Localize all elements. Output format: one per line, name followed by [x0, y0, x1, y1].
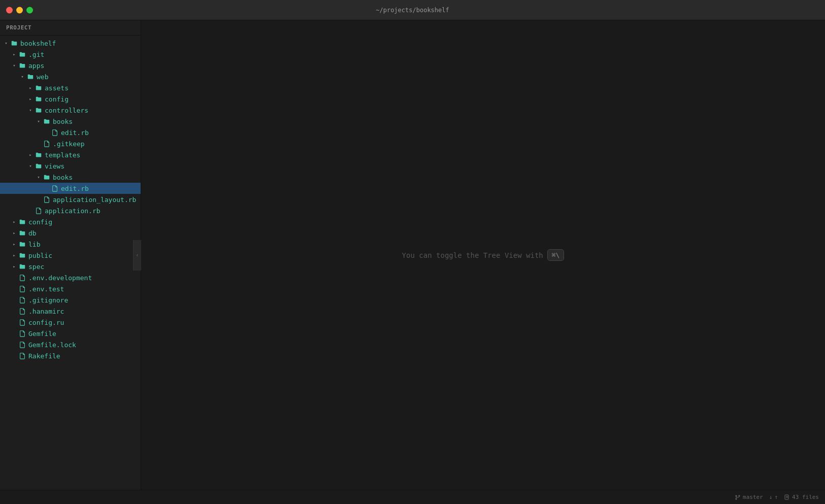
chevron-public — [10, 251, 18, 259]
tree-item-config-ru[interactable]: config.ru — [0, 317, 141, 328]
tree-item-git[interactable]: .git — [0, 49, 141, 60]
file-icon-env-dev — [18, 274, 26, 282]
tree-item-apps[interactable]: apps — [0, 60, 141, 71]
window-title: ~/projects/bookshelf — [376, 7, 449, 14]
item-label-gemfile-lock: Gemfile.lock — [28, 341, 76, 349]
tree-item-env-dev[interactable]: .env.development — [0, 272, 141, 283]
chevron-apps — [10, 61, 18, 70]
chevron-db — [10, 229, 18, 237]
tree-item-books-ctrl[interactable]: books — [0, 116, 141, 127]
file-icon-application-layout — [43, 195, 51, 204]
tree-item-assets[interactable]: assets — [0, 82, 141, 93]
chevron-config-web — [26, 95, 35, 103]
tree-item-templates[interactable]: templates — [0, 149, 141, 160]
item-label-bookshelf: bookshelf — [20, 40, 56, 47]
tree-item-gemfile-lock[interactable]: Gemfile.lock — [0, 339, 141, 350]
shortcut-kbd: ⌘\ — [547, 249, 565, 261]
sidebar: Project bookshelf .git apps web assets c… — [0, 20, 141, 490]
folder-icon-controllers — [35, 106, 43, 114]
chevron-lib — [10, 240, 18, 248]
file-icon-gitkeep — [43, 140, 51, 148]
svg-point-1 — [736, 498, 737, 499]
tree-item-gitkeep[interactable]: .gitkeep — [0, 138, 141, 149]
folder-icon-db — [18, 229, 26, 237]
folder-icon-apps — [18, 61, 26, 70]
tree-item-db[interactable]: db — [0, 227, 141, 239]
tree-item-config-web[interactable]: config — [0, 93, 141, 105]
tree-item-rakefile[interactable]: Rakefile — [0, 350, 141, 361]
folder-icon-bookshelf — [10, 39, 18, 47]
tree-item-edit-rb-views[interactable]: edit.rb — [0, 183, 141, 194]
item-label-env-test: .env.test — [28, 285, 64, 293]
tree-item-gemfile[interactable]: Gemfile — [0, 328, 141, 339]
file-icon-env-test — [18, 285, 26, 293]
file-icon-edit-rb-ctrl — [51, 128, 59, 137]
item-label-books-ctrl: books — [53, 118, 73, 125]
folder-icon-lib — [18, 240, 26, 248]
chevron-config — [10, 218, 18, 226]
minimize-button[interactable] — [16, 7, 23, 13]
folder-icon-templates — [35, 151, 43, 159]
down-arrow-icon: ↓ — [769, 494, 773, 500]
tree-item-books-views[interactable]: books — [0, 172, 141, 183]
close-button[interactable] — [6, 7, 13, 13]
folder-icon-config-web — [35, 95, 43, 103]
folder-icon-public — [18, 251, 26, 259]
tree-item-gitignore[interactable]: .gitignore — [0, 294, 141, 306]
tree-item-edit-rb-ctrl[interactable]: edit.rb — [0, 127, 141, 138]
svg-point-2 — [739, 495, 740, 496]
tree-item-application-layout[interactable]: application_layout.rb — [0, 194, 141, 205]
folder-icon-views — [35, 162, 43, 170]
folder-icon-spec — [18, 262, 26, 271]
file-icon-edit-rb-views — [51, 184, 59, 192]
tree-item-hanamirc[interactable]: .hanamirc — [0, 306, 141, 317]
chevron-books-views — [35, 173, 43, 181]
item-label-rakefile: Rakefile — [28, 352, 60, 360]
sidebar-collapse-handle[interactable]: ‹ — [133, 240, 141, 271]
item-label-controllers: controllers — [45, 107, 88, 114]
chevron-books-ctrl — [35, 117, 43, 125]
chevron-git — [10, 50, 18, 58]
chevron-spec — [10, 262, 18, 271]
maximize-button[interactable] — [26, 7, 33, 13]
folder-icon-git — [18, 50, 26, 58]
tree-item-config[interactable]: config — [0, 216, 141, 227]
chevron-web — [18, 73, 26, 81]
files-icon — [784, 494, 790, 500]
up-arrow-icon: ↑ — [774, 494, 778, 500]
statusbar: master ↓ ↑ 43 files — [0, 490, 825, 504]
item-label-views: views — [45, 162, 64, 170]
item-label-config-ru: config.ru — [28, 319, 64, 326]
branch-name: master — [743, 494, 763, 500]
file-icon-rakefile — [18, 352, 26, 360]
tree-item-env-test[interactable]: .env.test — [0, 283, 141, 294]
item-label-db: db — [28, 229, 37, 237]
tree-item-views[interactable]: views — [0, 160, 141, 172]
item-label-templates: templates — [45, 151, 80, 159]
item-label-git: .git — [28, 51, 44, 58]
tree-item-lib[interactable]: lib — [0, 239, 141, 250]
chevron-assets — [26, 84, 35, 92]
tree-item-public[interactable]: public — [0, 250, 141, 261]
chevron-bookshelf — [2, 39, 10, 47]
collapse-arrow-icon: ‹ — [136, 252, 139, 258]
item-label-edit-rb-ctrl: edit.rb — [61, 129, 89, 137]
statusbar-arrows: ↓ ↑ — [769, 494, 778, 500]
item-label-web: web — [37, 73, 48, 81]
svg-point-0 — [736, 495, 737, 496]
sidebar-header: Project — [0, 20, 141, 36]
chevron-views — [26, 162, 35, 170]
item-label-config-web: config — [45, 95, 69, 103]
file-icon-gemfile-lock — [18, 341, 26, 349]
item-label-edit-rb-views: edit.rb — [61, 185, 89, 192]
tree-item-web[interactable]: web — [0, 71, 141, 82]
tree-item-spec[interactable]: spec — [0, 261, 141, 272]
file-icon-config-ru — [18, 318, 26, 326]
tree-item-bookshelf[interactable]: bookshelf — [0, 38, 141, 49]
folder-icon-assets — [35, 84, 43, 92]
item-label-assets: assets — [45, 84, 69, 92]
tree-item-application-rb[interactable]: application.rb — [0, 205, 141, 216]
tree-item-controllers[interactable]: controllers — [0, 105, 141, 116]
folder-icon-books-ctrl — [43, 117, 51, 125]
branch-icon — [735, 494, 741, 500]
